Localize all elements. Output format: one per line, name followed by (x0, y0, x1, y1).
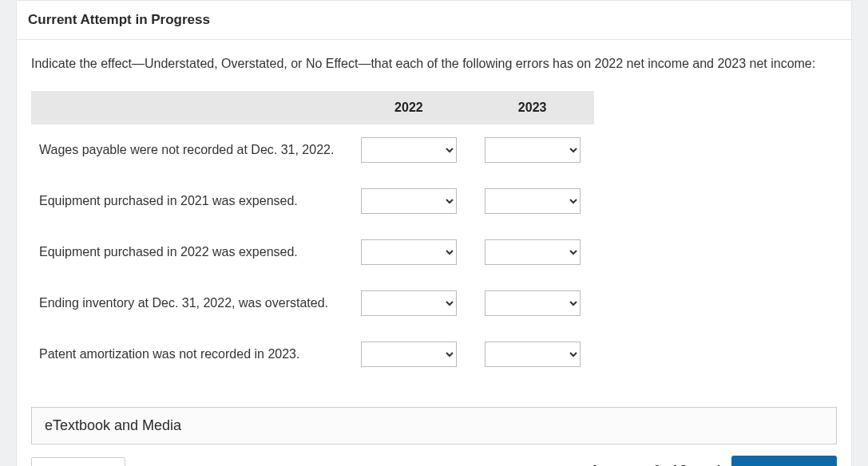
table-row: Patent amortization was not recorded in … (31, 329, 594, 380)
answer-select-row3-2022[interactable]: UnderstatedOverstatedNo Effect (361, 239, 457, 265)
row-label: Equipment purchased in 2022 was expensed… (31, 227, 347, 278)
answer-select-row3-2023[interactable]: UnderstatedOverstatedNo Effect (485, 239, 581, 265)
table-row: Equipment purchased in 2022 was expensed… (31, 227, 594, 278)
table-header-year2: 2023 (470, 91, 594, 124)
row-label: Wages payable were not recorded at Dec. … (31, 124, 347, 176)
section-title: Current Attempt in Progress (17, 1, 851, 40)
answer-select-row1-2023[interactable]: UnderstatedOverstatedNo Effect (485, 137, 581, 163)
submit-answer-button[interactable]: Submit Answer (731, 456, 837, 466)
table-row: Wages payable were not recorded at Dec. … (31, 124, 594, 176)
question-table: 2022 2023 Wages payable were not recorde… (31, 91, 594, 380)
answer-select-row2-2023[interactable]: UnderstatedOverstatedNo Effect (485, 188, 581, 214)
table-row: Equipment purchased in 2021 was expensed… (31, 176, 594, 227)
question-instructions: Indicate the effect—Understated, Oversta… (31, 54, 837, 73)
table-header-blank (31, 91, 347, 124)
row-label: Ending inventory at Dec. 31, 2022, was o… (31, 278, 347, 329)
answer-select-row5-2023[interactable]: UnderstatedOverstatedNo Effect (485, 342, 581, 367)
answer-select-row2-2022[interactable]: UnderstatedOverstatedNo Effect (361, 188, 457, 214)
row-label: Patent amortization was not recorded in … (31, 329, 347, 380)
answer-select-row4-2022[interactable]: UnderstatedOverstatedNo Effect (361, 290, 457, 316)
etextbook-panel[interactable]: eTextbook and Media (31, 407, 837, 444)
answer-select-row5-2022[interactable]: UnderstatedOverstatedNo Effect (361, 342, 457, 367)
save-for-later-button[interactable]: Save for Later (31, 457, 125, 467)
footer-row: Save for Later Attempts: 0 of 2 used Sub… (31, 444, 837, 466)
table-row: Ending inventory at Dec. 31, 2022, was o… (31, 278, 594, 329)
row-label: Equipment purchased in 2021 was expensed… (31, 176, 347, 227)
answer-select-row4-2023[interactable]: UnderstatedOverstatedNo Effect (485, 290, 581, 316)
attempts-text: Attempts: 0 of 2 used (590, 464, 720, 467)
answer-select-row1-2022[interactable]: UnderstatedOverstatedNo Effect (361, 137, 457, 163)
table-header-year1: 2022 (347, 91, 471, 124)
